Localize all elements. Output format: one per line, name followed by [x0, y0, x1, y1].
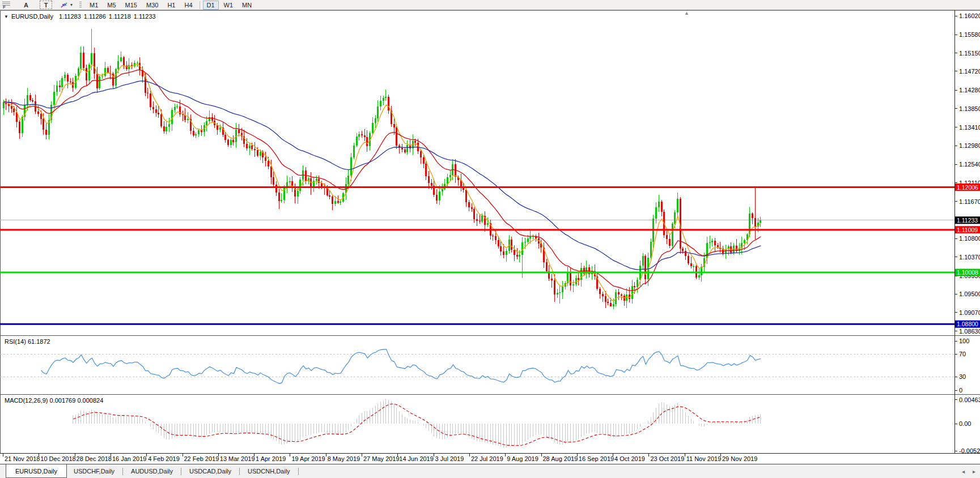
- axis-price-tag-current: 1.11233: [955, 216, 980, 224]
- date-axis-label: 8 May 2019: [328, 455, 360, 462]
- rsi-indicator-label: RSI(14) 61.1872: [5, 338, 50, 345]
- axis-price-tag-resistance-upper: 1.12006: [955, 183, 980, 191]
- date-axis-label: 4 Feb 2019: [148, 455, 180, 462]
- diagonal-arrows-icon: [60, 2, 68, 8]
- chart-tab-bar: EURUSD,DailyUSDCHF,DailyAUDUSD,DailyUSDC…: [0, 464, 980, 478]
- rsi-scale-label: 100: [959, 338, 969, 344]
- timeframe-button-mn[interactable]: MN: [238, 1, 256, 10]
- chart-frame: [0, 10, 980, 464]
- svg-text:1.12006: 1.12006: [957, 184, 978, 191]
- chart-area: 1.160201.155801.151501.147201.142801.138…: [0, 10, 980, 464]
- tab-divider: [298, 468, 299, 475]
- date-axis-label: 21 Nov 2018: [5, 455, 40, 462]
- chart-shift-marker-icon[interactable]: ▲: [684, 11, 689, 16]
- axis-price-tag-resistance-lower: 1.11009: [955, 226, 980, 233]
- date-axis: 21 Nov 201810 Dec 201828 Dec 201816 Jan …: [3, 454, 758, 462]
- timeframe-button-d1[interactable]: D1: [203, 1, 219, 10]
- date-axis-label: 22 Jul 2019: [471, 455, 503, 462]
- date-axis-label: 1 Apr 2019: [256, 455, 286, 462]
- date-axis-label: 11 Nov 2019: [686, 455, 722, 462]
- price-axis-label: 1.16020: [959, 12, 980, 19]
- date-axis-label: 3 Jul 2019: [435, 455, 464, 462]
- macd-scale-label: 0.00: [959, 420, 971, 427]
- svg-text:1.08800: 1.08800: [957, 321, 978, 327]
- date-axis-label: 10 Dec 2018: [40, 455, 75, 462]
- tab-divider: [239, 468, 240, 475]
- date-axis-label: 19 Apr 2019: [291, 455, 325, 462]
- tab-scroll-nav: ◂ ▸: [962, 464, 975, 478]
- date-axis-label: 23 Oct 2019: [650, 455, 684, 462]
- tab-divider: [181, 468, 181, 475]
- text-label-tool-button[interactable]: T: [40, 1, 52, 9]
- toolbar: F A T ▾ M1M5M15M30H1H4D1W1MN: [0, 0, 980, 10]
- date-axis-label: 14 Jun 2019: [399, 455, 434, 462]
- timeframe-button-m1[interactable]: M1: [86, 1, 102, 10]
- price-axis-label: 1.15580: [959, 31, 980, 38]
- toolbar-grip-f-icon[interactable]: F: [1, 1, 12, 9]
- axis-price-tag-support-green: 1.10008: [955, 269, 980, 276]
- chart-tab-eurusd-daily[interactable]: EURUSD,Daily: [6, 464, 67, 478]
- price-axis-label: 1.13410: [959, 124, 980, 131]
- quote-open: 1.11283: [59, 13, 81, 20]
- timeframe-button-m30[interactable]: M30: [142, 1, 162, 10]
- chart-tab-usdcad-daily[interactable]: USDCAD,Daily: [183, 464, 238, 478]
- price-axis-label: 1.12980: [959, 142, 980, 149]
- quote-high: 1.11286: [84, 13, 106, 20]
- macd-scale-label: -0.005299: [959, 447, 980, 454]
- svg-text:1.11009: 1.11009: [957, 227, 978, 233]
- price-axis-label: 1.10370: [959, 254, 980, 261]
- timeframe-toolbar: M1M5M15M30H1H4D1W1MN: [85, 0, 256, 10]
- timeframe-button-w1[interactable]: W1: [220, 1, 237, 10]
- tabs-scroll-left-icon[interactable]: ◂: [962, 468, 965, 475]
- mt4-window: F A T ▾ M1M5M15M30H1H4D1W1MN 1.160201.15…: [0, 0, 980, 478]
- date-axis-label: 4 Oct 2019: [614, 455, 645, 462]
- svg-text:1.11233: 1.11233: [957, 217, 978, 224]
- timeframe-button-h4[interactable]: H4: [180, 1, 196, 10]
- tabs-scroll-right-icon[interactable]: ▸: [973, 468, 975, 475]
- date-axis-label: 28 Dec 2018: [77, 455, 112, 462]
- date-axis-label: 29 Nov 2019: [722, 455, 757, 462]
- quote-low: 1.11218: [109, 13, 131, 20]
- chart-tabs: EURUSD,DailyUSDCHF,DailyAUDUSD,DailyUSDC…: [0, 464, 300, 478]
- price-axis-label: 1.12540: [959, 161, 980, 168]
- price-axis-label: 1.11670: [959, 198, 980, 205]
- timeframe-separator: [200, 1, 200, 9]
- date-axis-label: 28 Aug 2019: [543, 455, 578, 462]
- svg-text:1.10008: 1.10008: [957, 269, 978, 276]
- f-glyph: F: [3, 5, 6, 10]
- date-axis-label: 27 May 2019: [363, 455, 400, 462]
- macd-scale-label: 0.00463: [959, 396, 980, 403]
- price-chart-svg[interactable]: 1.160201.155801.151501.147201.142801.138…: [0, 10, 980, 464]
- macd-indicator-label: MACD(12,26,9) 0.001769 0.000824: [5, 397, 103, 404]
- price-axis-label: 1.09070: [959, 309, 980, 316]
- date-axis-label: 16 Sep 2019: [579, 455, 614, 462]
- toolbar-drag-handle[interactable]: [79, 2, 82, 8]
- timeframe-button-m5[interactable]: M5: [103, 1, 120, 10]
- tab-divider: [122, 468, 123, 475]
- chart-title: ▼ EURUSD,Daily 1.11283 1.11286 1.11218 1…: [4, 13, 159, 20]
- timeframe-button-m15[interactable]: M15: [121, 1, 141, 10]
- chart-menu-caret-icon[interactable]: ▼: [4, 14, 9, 19]
- dropdown-caret-icon: ▾: [70, 2, 73, 7]
- quote-close: 1.11233: [134, 13, 156, 20]
- price-axis-label: 1.08630: [959, 328, 980, 335]
- date-axis-label: 16 Jan 2019: [112, 455, 147, 462]
- chart-tab-audusd-daily[interactable]: AUDUSD,Daily: [124, 464, 180, 478]
- axis-price-tag-support-blue: 1.08800: [955, 321, 980, 328]
- rsi-scale-label: 70: [959, 351, 966, 357]
- date-axis-label: 13 Mar 2019: [220, 455, 255, 462]
- date-axis-label: 9 Aug 2019: [507, 455, 538, 462]
- price-axis-label: 1.14280: [959, 87, 980, 93]
- arrows-tool-button[interactable]: ▾: [60, 2, 73, 8]
- chart-tab-usdchf-daily[interactable]: USDCHF,Daily: [67, 464, 121, 478]
- price-axis-label: 1.15150: [959, 50, 980, 57]
- price-axis-label: 1.13850: [959, 105, 980, 112]
- chart-tab-usdcnh-daily[interactable]: USDCNH,Daily: [241, 464, 297, 478]
- date-axis-label: 22 Feb 2019: [184, 455, 219, 462]
- price-axis-label: 1.09500: [959, 291, 980, 297]
- chart-symbol-period: EURUSD,Daily: [11, 13, 53, 20]
- rsi-scale-label: 0: [959, 387, 962, 394]
- timeframe-button-h1[interactable]: H1: [163, 1, 179, 10]
- text-a-tool-button[interactable]: A: [20, 1, 32, 9]
- rsi-scale-label: 30: [959, 373, 966, 380]
